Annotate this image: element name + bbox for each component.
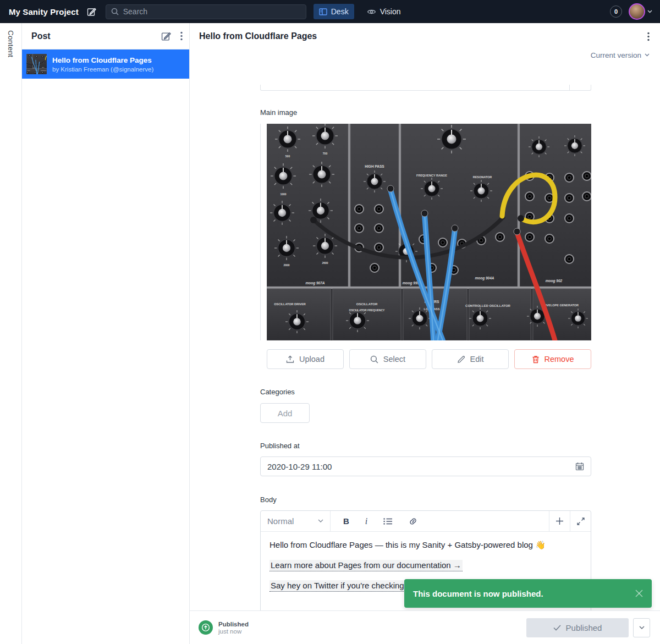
desk-icon — [319, 8, 327, 16]
categories-label: Categories — [260, 388, 591, 397]
content-rail-label: Content — [7, 30, 15, 644]
expand-editor-button[interactable] — [570, 511, 591, 531]
main-image-label: Main image — [260, 108, 591, 117]
publish-button[interactable]: Published — [526, 618, 629, 637]
trash-icon — [532, 355, 540, 364]
document-pane: Hello from Cloudflare Pages Current vers… — [190, 23, 660, 644]
link-button[interactable] — [409, 518, 417, 525]
publish-status-time: just now — [218, 628, 249, 635]
search-placeholder: Search — [123, 7, 147, 16]
notifications-count: 0 — [614, 8, 618, 15]
calendar-icon[interactable] — [575, 462, 584, 471]
insert-block-button[interactable] — [549, 511, 570, 531]
create-new-icon[interactable] — [161, 31, 171, 41]
chevron-down-icon — [639, 626, 645, 630]
slug-field-partial[interactable] — [260, 85, 591, 91]
published-at-input[interactable]: 2020-10-29 11:00 — [260, 456, 591, 476]
edit-button[interactable]: Edit — [432, 349, 509, 369]
pencil-icon — [457, 355, 465, 364]
user-menu-chevron-icon[interactable] — [647, 10, 652, 13]
content-rail[interactable]: Content — [0, 23, 22, 644]
published-at-label: Published at — [260, 442, 591, 450]
tab-desk[interactable]: Desk — [314, 4, 354, 19]
edit-button-label: Edit — [470, 355, 484, 364]
list-panel-header: Post — [22, 23, 189, 49]
remove-button[interactable]: Remove — [514, 349, 591, 369]
select-button-label: Select — [383, 355, 405, 364]
version-selector[interactable]: Current version — [190, 49, 660, 60]
document-list-panel: Post Hello from Cloudflare Pages by Kris — [22, 23, 190, 644]
publish-status-title: Published — [218, 620, 249, 628]
eye-icon — [367, 8, 376, 16]
editor-toolbar: Normal B i — [261, 511, 591, 532]
new-document-icon[interactable] — [87, 7, 96, 16]
body-label: Body — [260, 496, 591, 504]
list-item-subtitle: by Kristian Freeman (@signalnerve) — [52, 66, 153, 73]
list-item-title: Hello from Cloudflare Pages — [52, 56, 153, 65]
list-panel-title: Post — [31, 31, 51, 41]
upload-button-label: Upload — [299, 355, 324, 364]
style-select[interactable]: Normal — [261, 511, 331, 531]
notifications-badge[interactable]: 0 — [610, 5, 622, 18]
tab-vision[interactable]: Vision — [361, 4, 406, 19]
document-footer: Published just now Published — [190, 610, 660, 644]
tab-vision-label: Vision — [380, 7, 401, 16]
tab-desk-label: Desk — [331, 7, 349, 16]
remove-button-label: Remove — [544, 355, 574, 364]
bold-button[interactable]: B — [343, 516, 349, 526]
select-button[interactable]: Select — [349, 349, 426, 369]
upload-button[interactable]: Upload — [267, 349, 344, 369]
chevron-down-icon — [318, 519, 323, 523]
document-menu-dots-icon[interactable] — [647, 32, 650, 41]
toast-message: This document is now published. — [413, 589, 543, 598]
top-navbar: My Sanity Project Search Desk Vision 0 — [0, 0, 660, 23]
plus-icon — [556, 517, 564, 525]
field-change-bar — [260, 124, 261, 340]
project-title: My Sanity Project — [9, 7, 79, 16]
search-icon — [111, 8, 119, 15]
body-link[interactable]: Learn more about Pages from our document… — [270, 560, 463, 571]
expand-icon — [577, 518, 585, 525]
body-paragraph[interactable]: Hello from Cloudflare Pages — this is my… — [270, 539, 582, 551]
publish-status-icon — [199, 620, 213, 635]
close-icon[interactable] — [635, 590, 643, 597]
publish-menu-button[interactable] — [633, 618, 650, 637]
upload-icon — [286, 355, 294, 364]
main-image-preview[interactable] — [260, 124, 591, 340]
sanity-studio-app: My Sanity Project Search Desk Vision 0 C… — [0, 0, 660, 644]
main-image — [267, 124, 591, 340]
magnifier-icon — [370, 355, 378, 364]
document-title: Hello from Cloudflare Pages — [199, 31, 317, 41]
published-at-value: 2020-10-29 11:00 — [267, 462, 332, 471]
bullet-list-button[interactable] — [383, 518, 393, 525]
check-icon — [553, 625, 561, 631]
add-category-button[interactable]: Add — [260, 403, 310, 423]
search-input[interactable]: Search — [106, 4, 306, 19]
add-button-label: Add — [278, 409, 293, 418]
list-item-post[interactable]: Hello from Cloudflare Pages by Kristian … — [22, 49, 189, 79]
success-toast: This document is now published. — [404, 579, 652, 608]
document-scroll-area[interactable]: Main image Upload Select — [190, 84, 660, 610]
document-header: Hello from Cloudflare Pages — [190, 23, 660, 49]
list-menu-dots-icon[interactable] — [180, 31, 183, 41]
version-label: Current version — [591, 51, 641, 59]
list-item-thumbnail — [26, 54, 47, 74]
publish-button-label: Published — [566, 623, 602, 632]
avatar[interactable] — [629, 3, 645, 20]
chevron-down-icon — [645, 53, 650, 57]
italic-button[interactable]: i — [365, 516, 367, 526]
style-select-value: Normal — [267, 516, 294, 526]
